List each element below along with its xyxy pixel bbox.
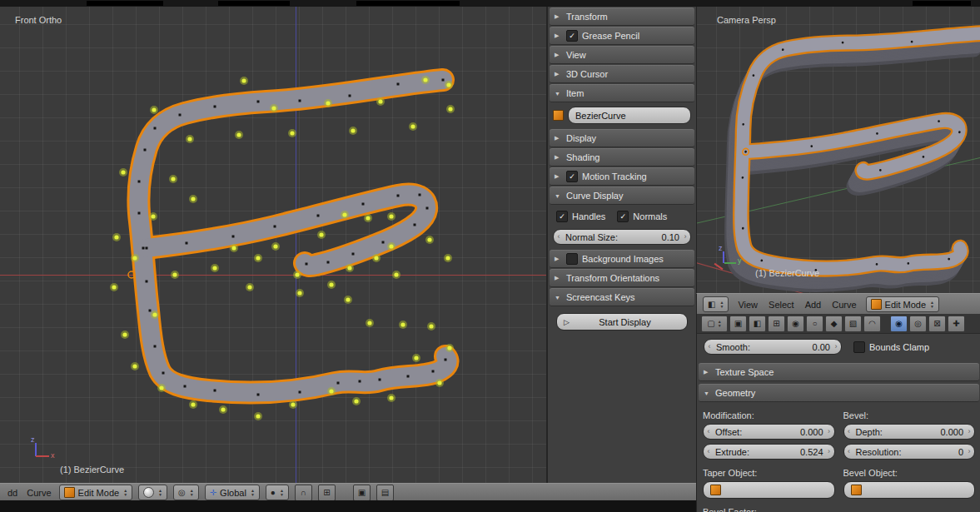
geometry-panel-content: Modification: Bevel: ‹ Offset: 0.000 › ‹… — [697, 402, 980, 512]
edit-toolbar: ▢ ▲▼ ▣ ◧ ⊞ ◉ ○ ◆ ▧ ◠ ◉ ◎ ⊠ ✚ — [697, 314, 980, 334]
menu-add[interactable]: Add — [803, 300, 823, 310]
panel-transform[interactable]: ▶ Transform — [550, 7, 694, 26]
normal-size-slider[interactable]: ‹ Normal Size: 0.10 › — [553, 229, 691, 245]
depth-slider[interactable]: ‹ Depth: 0.000 › — [843, 424, 976, 440]
dropdown-arrows-icon: ▲▼ — [158, 489, 162, 497]
tool-button-7[interactable]: ▧ — [844, 316, 862, 332]
object-name-field[interactable]: BezierCurve — [568, 107, 691, 124]
viewport-shading-dropdown[interactable]: ▲▼ — [138, 485, 167, 500]
snap-increment-button[interactable]: ⊞ — [318, 485, 336, 501]
ring-icon: ○ — [812, 319, 817, 328]
bevel-object-field[interactable] — [843, 481, 976, 499]
curve-handle-button[interactable]: ◉ — [890, 316, 908, 332]
transform-orientation-dropdown[interactable]: ✛ Global ▲▼ — [205, 485, 260, 500]
increment-arrow-icon[interactable]: › — [967, 425, 972, 438]
tool-button-10[interactable]: ⊠ — [928, 316, 946, 332]
resolution-stepper[interactable]: ‹ Resolution: 0 › — [843, 444, 976, 460]
snap-magnet-button[interactable]: ∩ — [295, 485, 312, 501]
panel-motion-tracking[interactable]: ▶ ✓ Motion Tracking — [550, 167, 694, 186]
panel-display[interactable]: ▶ Display — [550, 129, 694, 147]
tool-button-4[interactable]: ◉ — [787, 316, 804, 332]
bounds-clamp-checkbox[interactable]: Bounds Clamp — [853, 341, 929, 353]
tool-button-3[interactable]: ⊞ — [768, 316, 785, 332]
checkbox-icon: ✓ — [617, 211, 629, 222]
panel-label: Screencast Keys — [566, 292, 635, 302]
menu-add-partial[interactable]: dd — [6, 488, 19, 498]
collapse-arrow-icon: ▶ — [555, 13, 562, 20]
camera-persp-viewport[interactable]: Camera Persp z y (1) BezierCurve — [696, 7, 980, 293]
checkbox-label: Bounds Clamp — [869, 342, 929, 352]
bullseye-icon: ◉ — [895, 319, 903, 328]
tool-button-5[interactable]: ○ — [806, 316, 823, 332]
top-strip-segment — [356, 1, 460, 6]
proportional-edit-dropdown[interactable]: ▢ ▲▼ — [701, 316, 728, 332]
mode-dropdown[interactable]: Edit Mode ▲▼ — [59, 485, 132, 500]
menu-view[interactable]: View — [736, 300, 759, 310]
extrude-slider[interactable]: ‹ Extrude: 0.524 › — [703, 444, 835, 460]
snap-element-dropdown[interactable]: ● ▲▼ — [266, 485, 289, 500]
editor-type-dropdown[interactable]: ◧ ▲▼ — [703, 296, 729, 312]
manipulator-axis-icon: ✛ — [210, 488, 216, 497]
z-axis-icon — [35, 443, 37, 456]
render-image-button[interactable]: ▣ — [353, 485, 371, 501]
crossbox-icon: ⊠ — [933, 319, 940, 328]
panel-geometry[interactable]: ▼ Geometry — [699, 384, 979, 402]
tool-button-1[interactable]: ▣ — [729, 316, 747, 332]
panel-label: Texture Space — [715, 367, 774, 377]
panel-3d-cursor[interactable]: ▶ 3D Cursor — [550, 65, 694, 83]
panel-view[interactable]: ▶ View — [550, 46, 694, 64]
motion-tracking-checkbox[interactable]: ✓ Motion Tracking — [566, 171, 647, 182]
handles-checkbox[interactable]: ✓ Handles — [556, 211, 605, 222]
panel-background-images[interactable]: ▶ Background Images — [550, 250, 694, 268]
panel-grease-pencil[interactable]: ▶ ✓ Grease Pencil — [550, 27, 694, 45]
tool-button-9[interactable]: ◎ — [909, 316, 927, 332]
menu-curve[interactable]: Curve — [25, 488, 52, 498]
tool-button-6[interactable]: ◆ — [825, 316, 843, 332]
slider-label: Smooth: — [712, 342, 813, 352]
panel-curve-display[interactable]: ▼ Curve Display — [550, 186, 694, 205]
tool-button-8[interactable]: ◠ — [863, 316, 881, 332]
object-data-cube-icon — [851, 485, 862, 495]
panel-screencast-keys[interactable]: ▼ Screencast Keys — [550, 288, 694, 306]
tool-button-11[interactable]: ✚ — [948, 316, 965, 332]
shading-sphere-icon — [143, 487, 154, 498]
panel-shading[interactable]: ▶ Shading — [550, 148, 694, 167]
panel-transform-orientations[interactable]: ▶ Transform Orientations — [550, 269, 694, 287]
mode-dropdown[interactable]: Edit Mode ▲▼ — [866, 296, 939, 312]
increment-arrow-icon[interactable]: › — [827, 445, 832, 458]
opengl-render-icon: ▤ — [381, 488, 389, 497]
smooth-slider[interactable]: ‹ Smooth: 0.00 › — [704, 339, 842, 355]
z-axis-label: z — [31, 435, 35, 444]
front-ortho-viewport[interactable]: Front Ortho z x (1) BezierCurve — [0, 7, 546, 483]
collapse-arrow-icon: ▶ — [555, 275, 562, 281]
properties-shelf: ▶ Transform ▶ ✓ Grease Pencil ▶ View ▶ 3… — [547, 7, 696, 483]
diamond-icon: ◆ — [831, 319, 838, 328]
increment-arrow-icon[interactable]: › — [683, 231, 688, 243]
background-images-checkbox[interactable]: Background Images — [566, 253, 664, 265]
grease-pencil-checkbox[interactable]: ✓ Grease Pencil — [566, 30, 639, 42]
right-viewport-header-bar: ◧ ▲▼ View Select Add Curve Edit Mode ▲▼ — [696, 293, 980, 316]
bezier-curve-front-view[interactable] — [0, 7, 546, 483]
handle-type-icon: ◧ — [754, 319, 761, 328]
pivot-point-dropdown[interactable]: ◎ ▲▼ — [173, 485, 199, 500]
increment-arrow-icon[interactable]: › — [967, 445, 972, 458]
start-display-button[interactable]: ▷ Start Display — [556, 313, 688, 331]
snap-element-icon: ● — [271, 488, 276, 497]
offset-slider[interactable]: ‹ Offset: 0.000 › — [703, 424, 835, 440]
panel-texture-space[interactable]: ▶ Texture Space — [699, 363, 979, 381]
panel-item[interactable]: ▼ Item — [550, 84, 694, 102]
hatch-icon: ▧ — [849, 319, 857, 328]
increment-arrow-icon[interactable]: › — [827, 425, 832, 438]
normals-checkbox[interactable]: ✓ Normals — [617, 211, 667, 222]
menu-select[interactable]: Select — [767, 300, 796, 310]
blender-window: Front Ortho z x (1) BezierCurve ▶ Transf… — [0, 0, 980, 512]
curve-display-content: ✓ Handles ✓ Normals ‹ Normal Size: 0.10 … — [548, 205, 696, 249]
taper-object-field[interactable] — [703, 481, 835, 499]
plus-icon: ✚ — [953, 319, 959, 328]
increment-arrow-icon[interactable]: › — [833, 341, 838, 353]
play-icon: ▷ — [564, 318, 570, 326]
panel-label: 3D Cursor — [566, 69, 608, 79]
tool-button-2[interactable]: ◧ — [749, 316, 766, 332]
menu-curve[interactable]: Curve — [830, 300, 858, 310]
render-opengl-button[interactable]: ▤ — [376, 485, 394, 501]
